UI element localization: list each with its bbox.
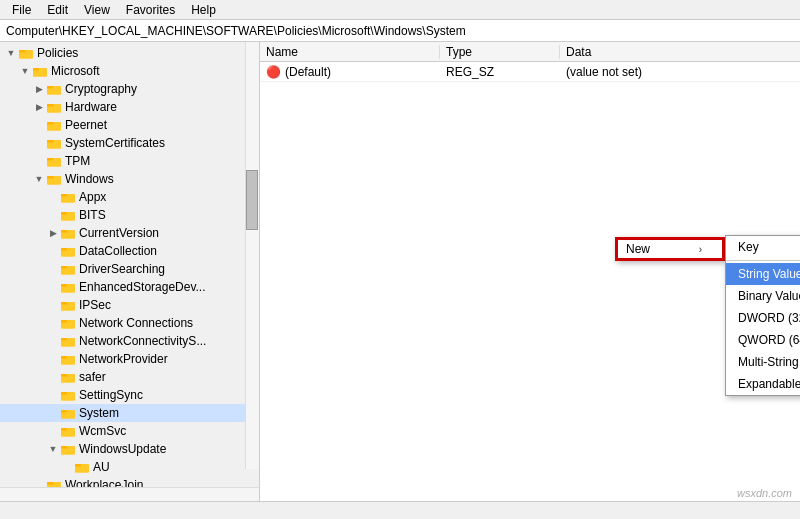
tree-label: Appx	[79, 190, 106, 204]
cell-data: (value not set)	[560, 65, 800, 79]
expand-icon: ▼	[18, 64, 32, 78]
new-menu-item[interactable]: New › Key String Value Binary Value DWOR…	[616, 238, 724, 260]
tree-label: DataCollection	[79, 244, 157, 258]
tree-item-settingsync[interactable]: ▶ SettingSync	[0, 386, 245, 404]
menu-view[interactable]: View	[76, 1, 118, 19]
tree-label: SystemCertificates	[65, 136, 165, 150]
svg-rect-39	[61, 392, 67, 395]
tree-item-peernet[interactable]: ▶ Peernet	[0, 116, 245, 134]
folder-icon	[46, 154, 62, 168]
tree-item-networkprovider[interactable]: ▶ NetworkProvider	[0, 350, 245, 368]
expand-icon: ▼	[46, 442, 60, 456]
submenu-expandable-string-value[interactable]: Expandable String Value	[726, 373, 800, 395]
tree-item-ipsec[interactable]: ▶ IPSec	[0, 296, 245, 314]
tree-item-safer[interactable]: ▶ safer	[0, 368, 245, 386]
submenu-divider	[726, 260, 800, 261]
tree-label: CurrentVersion	[79, 226, 159, 240]
folder-icon	[60, 424, 76, 438]
menu-favorites[interactable]: Favorites	[118, 1, 183, 19]
svg-rect-29	[61, 302, 67, 305]
svg-rect-33	[61, 338, 67, 341]
folder-icon	[60, 226, 76, 240]
tree-item-bits[interactable]: ▶ BITS	[0, 206, 245, 224]
submenu-qword-value[interactable]: QWORD (64-bit) Value	[726, 329, 800, 351]
tree-label: Windows	[65, 172, 114, 186]
submenu-multi-string-value[interactable]: Multi-String Value	[726, 351, 800, 373]
tree-item-windowsupdate[interactable]: ▼ WindowsUpdate	[0, 440, 245, 458]
address-bar: Computer\HKEY_LOCAL_MACHINE\SOFTWARE\Pol…	[0, 20, 800, 42]
tree-label: Cryptography	[65, 82, 137, 96]
table-header: Name Type Data	[260, 42, 800, 62]
watermark: wsxdn.com	[737, 487, 792, 499]
tree-label: Hardware	[65, 100, 117, 114]
tree-item-windows[interactable]: ▼ Windows	[0, 170, 245, 188]
tree-label: Peernet	[65, 118, 107, 132]
folder-icon	[60, 298, 76, 312]
folder-icon	[60, 316, 76, 330]
tree-item-system[interactable]: ▶ System	[0, 404, 245, 422]
tree-item-tpm[interactable]: ▶ TPM	[0, 152, 245, 170]
tree-item-systemcertificates[interactable]: ▶ SystemCertificates	[0, 134, 245, 152]
table-row[interactable]: 🔴 (Default) REG_SZ (value not set)	[260, 62, 800, 82]
svg-rect-19	[61, 212, 67, 215]
tree-label: Policies	[37, 46, 78, 60]
svg-rect-1	[19, 50, 25, 53]
menu-file[interactable]: File	[4, 1, 39, 19]
tree-label: WcmSvc	[79, 424, 126, 438]
folder-icon	[60, 442, 76, 456]
svg-rect-43	[61, 428, 67, 431]
svg-rect-17	[61, 194, 67, 197]
folder-icon	[60, 190, 76, 204]
svg-rect-27	[61, 284, 67, 287]
svg-rect-49	[47, 482, 53, 485]
svg-rect-7	[47, 104, 53, 107]
arrow-icon: ›	[699, 244, 702, 255]
svg-rect-47	[75, 464, 81, 467]
status-bar	[0, 501, 800, 519]
tree-item-network-connections[interactable]: ▶ Network Connections	[0, 314, 245, 332]
tree-item-currentversion[interactable]: ▶ CurrentVersion	[0, 224, 245, 242]
folder-icon	[60, 370, 76, 384]
submenu-dword-value[interactable]: DWORD (32-bit) Value	[726, 307, 800, 329]
svg-rect-3	[33, 68, 39, 71]
menu-edit[interactable]: Edit	[39, 1, 76, 19]
submenu-key[interactable]: Key	[726, 236, 800, 258]
submenu-string-value[interactable]: String Value	[726, 263, 800, 285]
tree-item-workplacejoin[interactable]: ▶ WorkplaceJoin	[0, 476, 245, 487]
tree-item-driversearching[interactable]: ▶ DriverSearching	[0, 260, 245, 278]
tree-scrollbar[interactable]	[245, 42, 259, 469]
folder-icon	[46, 172, 62, 186]
svg-rect-5	[47, 86, 53, 89]
tree-scrollbar-thumb[interactable]	[246, 170, 258, 230]
tree-item-policies[interactable]: ▼ Policies	[0, 44, 245, 62]
tree-label: WorkplaceJoin	[65, 478, 143, 487]
tree-item-cryptography[interactable]: ▶ Cryptography	[0, 80, 245, 98]
tree-label: SettingSync	[79, 388, 143, 402]
new-label: New	[626, 242, 650, 256]
expand-icon: ▶	[32, 82, 46, 96]
menu-help[interactable]: Help	[183, 1, 224, 19]
cell-name-text: (Default)	[285, 65, 331, 79]
tree-item-hardware[interactable]: ▶ Hardware	[0, 98, 245, 116]
tree-h-scrollbar[interactable]	[0, 487, 259, 501]
tree-item-microsoft[interactable]: ▼ Microsoft	[0, 62, 245, 80]
folder-icon	[60, 262, 76, 276]
tree-item-datacollection[interactable]: ▶ DataCollection	[0, 242, 245, 260]
tree-label: TPM	[65, 154, 90, 168]
tree-item-wcmsvc[interactable]: ▶ WcmSvc	[0, 422, 245, 440]
expand-icon: ▼	[4, 46, 18, 60]
tree-item-appx[interactable]: ▶ Appx	[0, 188, 245, 206]
submenu-binary-value[interactable]: Binary Value	[726, 285, 800, 307]
folder-icon	[46, 478, 62, 487]
submenu: Key String Value Binary Value DWORD (32-…	[725, 235, 800, 396]
menu-bar: File Edit View Favorites Help	[0, 0, 800, 20]
tree-label: NetworkConnectivityS...	[79, 334, 206, 348]
folder-icon	[60, 352, 76, 366]
context-menu: New › Key String Value Binary Value DWOR…	[615, 237, 725, 261]
tree-item-enhancedstoragedev[interactable]: ▶ EnhancedStorageDev...	[0, 278, 245, 296]
tree-item-au[interactable]: ▶ AU	[0, 458, 245, 476]
tree-label: WindowsUpdate	[79, 442, 166, 456]
tree-item-networkconnectivitys[interactable]: ▶ NetworkConnectivityS...	[0, 332, 245, 350]
tree-label: IPSec	[79, 298, 111, 312]
folder-icon	[60, 244, 76, 258]
